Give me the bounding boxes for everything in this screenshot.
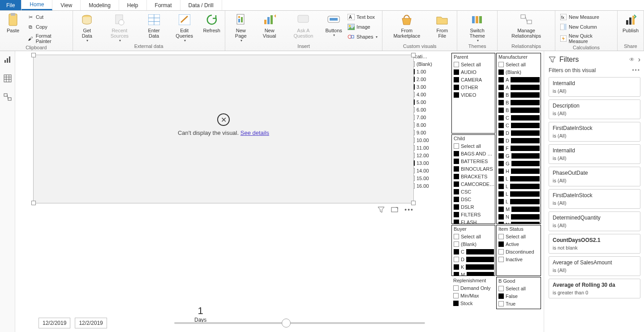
filter-card[interactable]: Average of SalesAmountis (All) [549, 256, 640, 276]
slicer-option[interactable]: F [498, 144, 540, 152]
checkbox[interactable] [498, 293, 504, 299]
checkbox[interactable] [454, 272, 459, 276]
slicer-location[interactable]: Locati… (Blank)1.002.003.004.005.006.007… [408, 53, 451, 192]
checkbox[interactable] [454, 77, 459, 82]
slicer-option[interactable]: Select all [498, 60, 540, 68]
slicer-option[interactable]: 8.00 [409, 121, 450, 129]
checkbox[interactable] [454, 249, 459, 254]
slicer-item-status[interactable]: Item Status Select allActiveDiscontinued… [496, 225, 541, 276]
checkbox[interactable] [498, 69, 504, 75]
slicer-option[interactable]: G [498, 160, 540, 167]
slicer-option[interactable]: H [498, 167, 540, 175]
checkbox[interactable] [453, 301, 459, 306]
slicer-option[interactable]: L [498, 198, 540, 205]
slicer-option[interactable]: BAGS AND … [454, 150, 494, 157]
buttons-button[interactable]: Buttons [323, 12, 344, 38]
slicer-option[interactable]: C [454, 248, 494, 255]
slicer-option[interactable]: (Blank) [409, 60, 450, 68]
slicer-option[interactable]: True [498, 300, 540, 307]
switch-theme-button[interactable]: Switch Theme [460, 12, 494, 43]
slicer-option[interactable]: AUDIO [454, 68, 494, 76]
checkbox[interactable] [498, 108, 504, 113]
slicer-option[interactable]: M [454, 271, 494, 276]
publish-button[interactable]: Publish [620, 12, 641, 34]
shapes-button[interactable]: Shapes [346, 32, 379, 41]
checkbox[interactable] [454, 204, 459, 210]
new-visual-button[interactable]: ✦New Visual [256, 12, 283, 39]
tab-home[interactable]: Home [21, 0, 52, 10]
manage-relationships-button[interactable]: Manage Relationships [500, 12, 552, 39]
checkbox[interactable] [498, 207, 504, 212]
slicer-option[interactable]: FLASH [454, 218, 494, 224]
data-view-icon[interactable] [4, 74, 12, 82]
end-date-input[interactable]: 12/2/2019 [75, 318, 107, 328]
checkbox[interactable] [453, 285, 459, 291]
checkbox[interactable] [454, 241, 459, 247]
refresh-button[interactable]: Refresh [202, 12, 222, 34]
checkbox[interactable] [498, 199, 504, 204]
slicer-option[interactable]: BINOCULARS [454, 165, 494, 172]
slider-handle[interactable] [282, 319, 291, 328]
slicer-option[interactable]: C [498, 114, 540, 121]
slicer-option[interactable]: FILTERS [454, 211, 494, 218]
slicer-child[interactable]: Child Select allBAGS AND …BATTERIESBINOC… [451, 134, 495, 224]
slicer-option[interactable]: CAMERA [454, 76, 494, 83]
checkbox[interactable] [498, 85, 504, 90]
checkbox[interactable] [498, 191, 504, 197]
checkbox[interactable] [498, 249, 504, 254]
slicer-option[interactable]: G [498, 152, 540, 160]
tab-file[interactable]: File [0, 0, 21, 10]
checkbox[interactable] [498, 146, 504, 151]
enter-data-button[interactable]: Enter Data [141, 12, 167, 39]
checkbox[interactable] [454, 257, 459, 262]
filter-card[interactable]: InternalIdis (All) [549, 77, 640, 97]
filter-icon[interactable] [378, 206, 385, 213]
checkbox[interactable] [454, 159, 459, 164]
slicer-option[interactable]: L [498, 182, 540, 190]
filter-card[interactable]: Average of Rolling 30 dais greater than … [549, 279, 640, 298]
slicer-option[interactable]: BRACKETS [454, 172, 494, 180]
checkbox[interactable] [498, 214, 504, 220]
checkbox[interactable] [454, 197, 459, 202]
slicer-option[interactable]: False [498, 292, 540, 300]
checkbox[interactable] [498, 62, 504, 67]
slicer-option[interactable]: D [498, 137, 540, 144]
slicer-option[interactable]: 7.00 [409, 113, 450, 121]
checkbox[interactable] [498, 184, 504, 189]
new-column-button[interactable]: New Column [558, 22, 614, 31]
checkbox[interactable] [454, 92, 459, 98]
filter-card[interactable]: DeterminedQuantityis (All) [549, 211, 640, 231]
tab-datadrill[interactable]: Data / Drill [180, 0, 222, 10]
checkbox[interactable] [498, 92, 504, 98]
checkbox[interactable] [454, 174, 459, 179]
copy-button[interactable]: ⧉Copy [25, 22, 70, 31]
slicer-option[interactable]: (Blank) [454, 240, 494, 248]
eye-icon[interactable]: 👁 [629, 56, 635, 63]
slicer-option[interactable]: 13.00 [409, 159, 450, 167]
filter-card[interactable]: FirstDateInStockis (All) [549, 189, 640, 209]
checkbox[interactable] [498, 100, 504, 105]
slicer-bgood[interactable]: B Good Select allFalseTrue [496, 277, 541, 309]
slicer-option[interactable]: Select all [498, 233, 540, 240]
chevron-right-icon[interactable]: › [638, 56, 640, 64]
checkbox[interactable] [498, 234, 504, 239]
checkbox[interactable] [454, 220, 459, 224]
slicer-option[interactable]: (Blank) [498, 68, 540, 76]
model-view-icon[interactable] [4, 93, 12, 101]
slicer-option[interactable]: 12.00 [409, 151, 450, 159]
checkbox[interactable] [454, 264, 459, 270]
slicer-option[interactable]: 10.00 [409, 136, 450, 144]
tab-view[interactable]: View [52, 0, 81, 10]
slicer-option[interactable]: 4.00 [409, 91, 450, 98]
slicer-replenishment[interactable]: Replenishment Demand OnlyMin/MaxStock [451, 277, 495, 309]
paste-button[interactable]: Paste [3, 12, 23, 34]
slicer-option[interactable]: VIDEO [454, 91, 494, 99]
slicer-option[interactable]: C [498, 121, 540, 129]
slicer-option[interactable]: N [498, 213, 540, 220]
new-quick-measure-button[interactable]: New Quick Measure [558, 32, 614, 45]
checkbox[interactable] [454, 85, 459, 90]
slicer-option[interactable]: 6.00 [409, 106, 450, 113]
slicer-option[interactable]: Select all [498, 285, 540, 292]
checkbox[interactable] [498, 168, 504, 174]
slicer-option[interactable]: Select all [454, 233, 494, 240]
